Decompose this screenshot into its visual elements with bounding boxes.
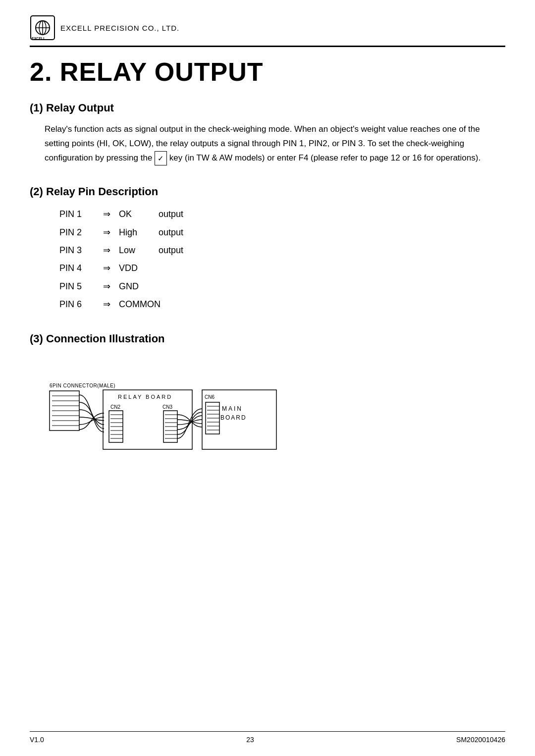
section-relay-output: (1) Relay Output Relay's function acts a… (30, 102, 505, 165)
pin1-signal: OK (119, 206, 159, 222)
pin6-label: PIN 6 (59, 296, 94, 312)
pin6-signal: COMMON (119, 296, 159, 312)
company-name: EXCELL PRECISION CO., LTD. (60, 24, 179, 32)
svg-text:EXCELL: EXCELL (32, 37, 46, 40)
svg-text:CN2: CN2 (110, 404, 120, 410)
pin4-signal: VDD (119, 260, 159, 276)
svg-text:RELAY BOARD: RELAY BOARD (118, 394, 172, 400)
pin1-desc: output (159, 206, 183, 222)
excell-logo-icon: EXCELL (30, 15, 55, 41)
footer-version: V1.0 (30, 736, 44, 744)
logo-container: EXCELL EXCELL PRECISION CO., LTD. (30, 15, 179, 41)
pin-row-2: PIN 2 ⇒ High output (59, 224, 505, 240)
pin3-signal: Low (119, 242, 159, 258)
pin5-label: PIN 5 (59, 278, 94, 294)
section-connection-illustration: (3) Connection Illustration 6PIN CONNECT… (30, 332, 505, 454)
section2-title: (2) Relay Pin Description (30, 185, 505, 198)
pin1-arrow: ⇒ (94, 206, 119, 222)
pin4-label: PIN 4 (59, 260, 94, 276)
connection-diagram: 6PIN CONNECTOR(MALE) (45, 355, 381, 454)
footer-page: 23 (246, 736, 254, 744)
pin3-desc: output (159, 242, 183, 258)
pin-row-3: PIN 3 ⇒ Low output (59, 242, 505, 258)
illustration-container: 6PIN CONNECTOR(MALE) (45, 355, 505, 454)
pin-table: PIN 1 ⇒ OK output PIN 2 ⇒ High output PI… (59, 206, 505, 312)
pin2-signal: High (119, 224, 159, 240)
footer-doc-id: SM2020010426 (456, 736, 505, 744)
svg-text:CN3: CN3 (162, 404, 172, 410)
pin4-arrow: ⇒ (94, 260, 119, 276)
pin2-desc: output (159, 224, 183, 240)
svg-text:BOARD: BOARD (220, 414, 247, 421)
pin-row-4: PIN 4 ⇒ VDD (59, 260, 505, 276)
pin5-arrow: ⇒ (94, 278, 119, 294)
page-header: EXCELL EXCELL PRECISION CO., LTD. (30, 15, 505, 47)
pin-row-5: PIN 5 ⇒ GND (59, 278, 505, 294)
key-button: ✓ (155, 151, 167, 166)
pin3-arrow: ⇒ (94, 242, 119, 258)
pin-row-1: PIN 1 ⇒ OK output (59, 206, 505, 222)
pin1-label: PIN 1 (59, 206, 94, 222)
section3-title: (3) Connection Illustration (30, 332, 505, 345)
svg-text:6PIN CONNECTOR(MALE): 6PIN CONNECTOR(MALE) (50, 383, 115, 388)
section-pin-description: (2) Relay Pin Description PIN 1 ⇒ OK out… (30, 185, 505, 312)
page-container: EXCELL EXCELL PRECISION CO., LTD. 2. REL… (0, 0, 535, 756)
svg-text:CN6: CN6 (205, 394, 214, 400)
chapter-title: 2. RELAY OUTPUT (30, 57, 505, 87)
svg-text:MAIN: MAIN (222, 405, 243, 412)
section1-title: (1) Relay Output (30, 102, 505, 114)
pin-row-6: PIN 6 ⇒ COMMON (59, 296, 505, 312)
pin3-label: PIN 3 (59, 242, 94, 258)
pin5-signal: GND (119, 278, 159, 294)
pin6-arrow: ⇒ (94, 296, 119, 312)
pin2-label: PIN 2 (59, 224, 94, 240)
pin2-arrow: ⇒ (94, 224, 119, 240)
section1-body: Relay's function acts as signal output i… (45, 122, 490, 165)
page-footer: V1.0 23 SM2020010426 (30, 731, 505, 744)
